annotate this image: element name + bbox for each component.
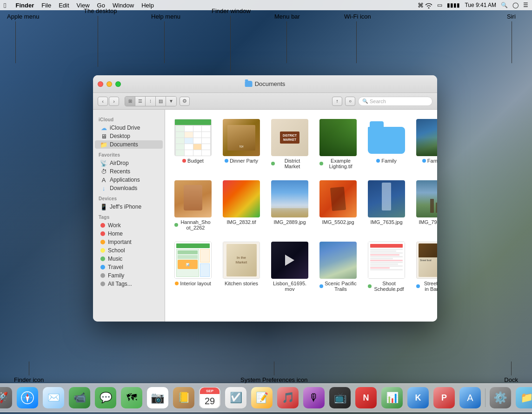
file-item-interior-layout[interactable]: 📊 Interior layout: [173, 240, 213, 294]
siri-icon[interactable]: ◯: [512, 2, 519, 8]
dock-item-calendar[interactable]: SEP 29: [198, 386, 222, 410]
label-dot-scenic: [319, 284, 323, 288]
file-menu[interactable]: File: [41, 2, 51, 9]
file-thumb-interior-layout: 📊: [174, 242, 212, 279]
finder-menu[interactable]: Finder: [15, 2, 34, 9]
battery-icon[interactable]: ▮▮▮▮: [447, 2, 460, 8]
view-menu[interactable]: View: [77, 2, 90, 9]
sidebar-item-iphone[interactable]: 📱 Jeff's iPhone: [95, 203, 163, 211]
sidebar-item-icloud-drive[interactable]: ☁ iCloud Drive: [95, 124, 163, 132]
dock-item-news[interactable]: N: [354, 386, 378, 410]
file-item-dinner-party[interactable]: 🍽 Dinner Party: [221, 117, 262, 171]
screen-mirroring-icon[interactable]: ▭: [437, 2, 442, 8]
apple-menu-icon[interactable]: : [4, 1, 6, 9]
file-thumb-img2832: [223, 180, 260, 217]
sidebar-item-label: AirDrop: [110, 160, 129, 166]
dock-item-messages[interactable]: 💬: [93, 386, 118, 410]
sidebar-item-downloads[interactable]: ↓ Downloads: [95, 184, 163, 192]
sidebar-item-tag-family[interactable]: Family: [95, 271, 163, 280]
dock-item-folder[interactable]: 📁: [514, 386, 532, 410]
sidebar-item-tag-all[interactable]: All Tags...: [95, 280, 163, 288]
dock-item-appstore[interactable]: A: [458, 386, 482, 410]
file-item-district-market[interactable]: DISTRICTMARKET District Market: [269, 117, 310, 171]
sidebar-item-tag-work[interactable]: Work: [95, 221, 163, 230]
dock-item-safari[interactable]: [15, 386, 40, 410]
file-label-hannah: Hannah_Shoot_2262: [174, 219, 212, 230]
dock: 🚀 ✉️ 📹 💬 🗺 📷 📒: [0, 383, 532, 412]
maximize-button[interactable]: [115, 81, 121, 87]
sidebar-item-label: Jeff's iPhone: [110, 204, 141, 210]
wifi-icon[interactable]: ⌘: [418, 2, 433, 9]
share-button[interactable]: ↑: [332, 97, 342, 106]
tag-button[interactable]: ○: [345, 97, 355, 106]
sidebar-item-tag-home[interactable]: Home: [95, 230, 163, 238]
dock-item-podcasts[interactable]: 🎙: [302, 386, 326, 410]
search-field[interactable]: 🔍 Search: [358, 97, 432, 106]
file-item-lisbon[interactable]: Lisbon_61695.mov: [269, 240, 310, 294]
dock-item-notes[interactable]: 📝: [250, 386, 274, 410]
sidebar-item-tag-important[interactable]: Important: [95, 238, 163, 246]
file-label-img2832: IMG_2832.tif: [227, 219, 256, 225]
file-item-img7635[interactable]: IMG_7635.jpg: [366, 178, 407, 232]
dock-item-contacts[interactable]: 📒: [172, 386, 196, 410]
file-item-img2832[interactable]: IMG_2832.tif: [221, 178, 262, 232]
dock-item-launchpad[interactable]: 🚀: [0, 386, 13, 410]
sidebar-item-recents[interactable]: ⏱ Recents: [95, 167, 163, 176]
dock-item-mail[interactable]: ✉️: [41, 386, 66, 410]
desktop-icon: 🖥: [100, 133, 107, 139]
column-view-button[interactable]: ⫶: [146, 97, 156, 106]
tag-dot-travel: [100, 265, 105, 269]
forward-button[interactable]: ›: [109, 97, 119, 106]
view-options-button[interactable]: ▼: [166, 97, 176, 106]
sidebar-item-desktop[interactable]: 🖥 Desktop: [95, 132, 163, 140]
file-item-shoot-schedule[interactable]: Shoot Schedule.pdf: [366, 240, 407, 294]
settings-button[interactable]: ⚙: [180, 97, 190, 106]
minimize-button[interactable]: [106, 81, 112, 87]
file-thumb-hannah: [174, 180, 212, 217]
dock-item-tv[interactable]: 📺: [328, 386, 352, 410]
file-item-farm[interactable]: Farm.jpg: [414, 117, 437, 171]
file-item-example-lighting[interactable]: Example Lighting.tif: [318, 117, 359, 171]
go-menu[interactable]: Go: [97, 2, 105, 9]
file-item-kitchen-stories[interactable]: In theMarket Kitchen stories: [221, 240, 262, 294]
sidebar-item-label: Home: [108, 230, 123, 237]
help-menu[interactable]: Help: [141, 2, 154, 9]
control-center-icon[interactable]: ☰: [523, 2, 528, 8]
sidebar-item-airdrop[interactable]: 📡 AirDrop: [95, 159, 163, 167]
file-item-street-food[interactable]: Street food Street Food in Bangkok: [414, 240, 437, 294]
file-item-scenic-pacific[interactable]: Scenic Pacific Trails: [318, 240, 359, 294]
sidebar-item-label: Desktop: [110, 133, 130, 139]
favorites-section-label: Favorites: [93, 149, 165, 159]
dock-item-sysprefs[interactable]: ⚙️: [488, 386, 512, 410]
back-button[interactable]: ‹: [98, 97, 108, 106]
edit-menu[interactable]: Edit: [59, 2, 69, 9]
file-item-img5502[interactable]: IMG_5502.jpg: [318, 178, 359, 232]
file-item-budget[interactable]: Budget: [173, 117, 213, 171]
sidebar-item-documents[interactable]: 📁 Documents: [95, 140, 163, 149]
dock-item-keynote[interactable]: K: [406, 386, 430, 410]
file-item-family[interactable]: Family: [366, 117, 407, 171]
sidebar-item-tag-travel[interactable]: Travel: [95, 263, 163, 271]
dock-item-pages[interactable]: P: [432, 386, 456, 410]
sidebar-item-tag-school[interactable]: School: [95, 246, 163, 255]
dock-item-numbers[interactable]: 📊: [380, 386, 404, 410]
dock-item-music[interactable]: 🎵: [276, 386, 300, 410]
label-dot-farm: [422, 159, 426, 163]
dock-item-photos[interactable]: 📷: [146, 386, 170, 410]
facetime-app-icon: 📹: [69, 387, 90, 408]
dock-item-reminders[interactable]: ☑️: [224, 386, 248, 410]
icon-view-button[interactable]: ⊞: [125, 97, 135, 106]
file-item-hannah[interactable]: Hannah_Shoot_2262: [173, 178, 213, 232]
gallery-view-button[interactable]: ▤: [156, 97, 166, 106]
spotlight-icon[interactable]: 🔍: [501, 2, 508, 8]
file-item-img2889[interactable]: IMG_2889.jpg: [269, 178, 310, 232]
window-menu[interactable]: Window: [113, 2, 134, 9]
sidebar-item-applications[interactable]: A Applications: [95, 176, 163, 184]
dock-item-maps[interactable]: 🗺: [120, 386, 144, 410]
file-item-img7932[interactable]: IMG_7932.jpg: [414, 178, 437, 232]
dock-item-facetime[interactable]: 📹: [67, 386, 92, 410]
file-label-interior-layout: Interior layout: [175, 281, 211, 286]
sidebar-item-tag-music[interactable]: Music: [95, 255, 163, 263]
close-button[interactable]: [98, 81, 103, 87]
list-view-button[interactable]: ☰: [135, 97, 146, 106]
